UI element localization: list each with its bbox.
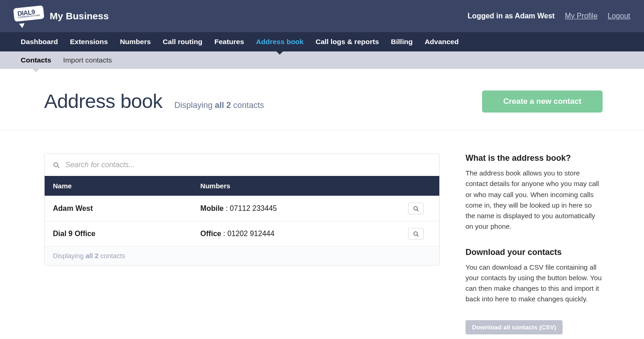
title-left: Address book Displaying all 2 contacts [44, 90, 264, 113]
table-footer: Displaying all 2 contacts [45, 246, 439, 265]
app-header: DIAL9 COMMUNICATIONS My Business Logged … [0, 0, 644, 32]
logged-in-label: Logged in as Adam West [468, 12, 555, 20]
speech-tail-icon [19, 23, 25, 28]
number-value: 01202 912444 [227, 230, 274, 237]
page-title: Address book [44, 90, 162, 113]
business-name: My Business [50, 11, 109, 22]
main-content: Name Numbers Adam West Mobile : 07112 23… [0, 130, 644, 339]
my-profile-link[interactable]: My Profile [565, 12, 598, 20]
side-text-2: You can download a CSV file containing a… [466, 262, 603, 305]
contact-number: Office : 01202 912444 [201, 230, 408, 238]
search-row [45, 154, 439, 176]
contact-number: Mobile : 07112 233445 [201, 204, 408, 213]
download-csv-button[interactable]: Download all contacts (CSV) [466, 320, 563, 334]
col-header-name: Name [53, 182, 201, 190]
header-right: Logged in as Adam West My Profile Logout [468, 12, 630, 20]
nav-features[interactable]: Features [208, 32, 250, 51]
search-icon [413, 206, 419, 212]
table-row: Adam West Mobile : 07112 233445 [45, 196, 439, 221]
footer-bold: all 2 [86, 252, 98, 260]
svg-line-5 [417, 235, 418, 236]
logo-bubble: DIAL9 COMMUNICATIONS [13, 6, 45, 22]
nav-address-book[interactable]: Address book [250, 32, 310, 51]
disp-suffix: contacts [231, 101, 264, 110]
side-text-1: The address book allows you to store con… [466, 168, 603, 232]
primary-nav: Dashboard Extensions Numbers Call routin… [0, 32, 644, 51]
nav-dashboard[interactable]: Dashboard [15, 32, 64, 51]
header-left: DIAL9 COMMUNICATIONS My Business [14, 7, 109, 25]
left-column: Name Numbers Adam West Mobile : 07112 23… [44, 153, 440, 266]
row-search-button[interactable] [408, 203, 424, 215]
side-heading-2: Download your contacts [466, 248, 603, 257]
number-value: 07112 233445 [230, 204, 277, 212]
svg-line-3 [417, 209, 418, 211]
footer-suffix: contacts [98, 252, 125, 260]
nav-call-routing[interactable]: Call routing [157, 32, 208, 51]
contact-name[interactable]: Dial 9 Office [53, 230, 201, 238]
row-search-button[interactable] [408, 228, 424, 240]
sub-nav: Contacts Import contacts [0, 51, 644, 69]
side-heading-1: What is the address book? [466, 153, 603, 163]
table-header: Name Numbers [45, 176, 439, 196]
logo: DIAL9 COMMUNICATIONS [14, 7, 41, 25]
create-contact-button[interactable]: Create a new contact [482, 90, 603, 113]
svg-line-1 [58, 166, 59, 168]
subnav-contacts[interactable]: Contacts [15, 51, 57, 69]
number-label: Mobile [201, 204, 224, 212]
title-row: Address book Displaying all 2 contacts C… [0, 69, 644, 130]
right-column: What is the address book? The address bo… [466, 153, 603, 334]
svg-point-2 [414, 206, 417, 210]
footer-prefix: Displaying [53, 252, 86, 260]
nav-numbers[interactable]: Numbers [114, 32, 157, 51]
contacts-panel: Name Numbers Adam West Mobile : 07112 23… [44, 153, 440, 266]
search-icon [413, 231, 419, 237]
col-header-action [408, 182, 431, 190]
nav-extensions[interactable]: Extensions [64, 32, 114, 51]
disp-bold: all 2 [215, 101, 231, 110]
logout-link[interactable]: Logout [608, 12, 630, 20]
nav-billing[interactable]: Billing [385, 32, 419, 51]
number-sep: : [221, 230, 227, 237]
number-label: Office [201, 230, 221, 237]
contact-name[interactable]: Adam West [53, 204, 201, 213]
nav-call-logs[interactable]: Call logs & reports [310, 32, 385, 51]
table-row: Dial 9 Office Office : 01202 912444 [45, 221, 439, 246]
col-header-numbers: Numbers [201, 182, 408, 190]
disp-prefix: Displaying [174, 101, 215, 110]
nav-advanced[interactable]: Advanced [419, 32, 465, 51]
svg-point-0 [54, 162, 58, 166]
displaying-text: Displaying all 2 contacts [174, 101, 264, 110]
subnav-import[interactable]: Import contacts [57, 51, 118, 69]
svg-point-4 [414, 232, 417, 235]
search-icon [53, 162, 60, 169]
number-sep: : [224, 204, 230, 212]
search-input[interactable] [65, 161, 431, 169]
